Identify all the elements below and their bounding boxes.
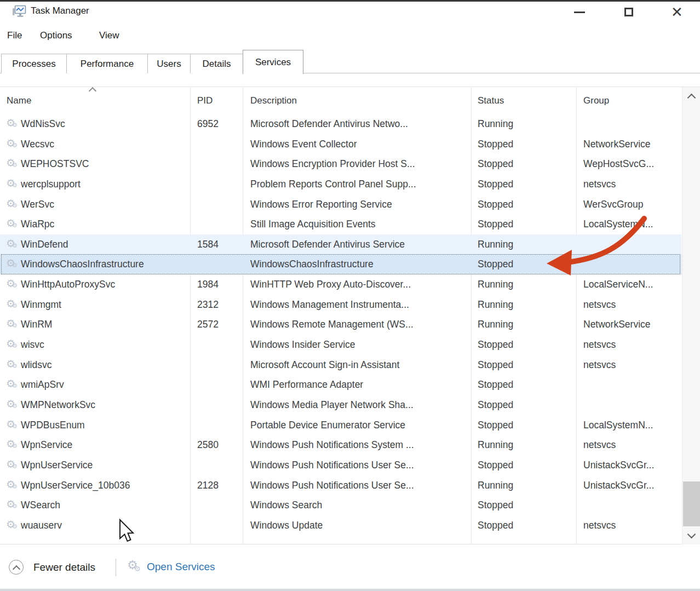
menu-bar: File Options View [0,28,700,45]
vertical-scrollbar[interactable] [682,87,700,544]
service-pid: 1984 [197,274,219,295]
service-description: WindowsChaosInfrastructure [250,254,374,274]
tab-users[interactable]: Users [147,54,191,73]
service-row[interactable]: ⚙⚙ WpnUserService Windows Push Notificat… [0,455,681,475]
service-row[interactable]: ⚙⚙ WpnService 2580 Windows Push Notifica… [0,435,681,455]
open-services-link[interactable]: ⚙⚙ Open Services [127,560,215,574]
service-row[interactable]: ⚙⚙ WdNisSvc 6952 Microsoft Defender Anti… [0,114,681,134]
column-header-pid[interactable]: PID [197,87,213,114]
service-description: Windows Insider Service [250,335,355,355]
service-status: Stopped [478,455,513,475]
column-header-group[interactable]: Group [583,87,609,114]
service-description: Still Image Acquisition Events [250,214,376,234]
service-gear-icon: ⚙⚙ [6,158,18,170]
service-row[interactable]: ⚙⚙ wuauserv Windows Update Stopped netsv… [0,515,681,536]
service-gear-icon: ⚙⚙ [6,420,18,432]
service-group: netsvcs [583,335,616,355]
service-name: WinDefend [21,234,68,255]
scroll-up-icon[interactable] [682,88,700,105]
service-row[interactable]: ⚙⚙ Wecsvc Windows Event Collector Stoppe… [0,134,681,154]
service-group: netsvcs [583,515,616,536]
service-row[interactable]: ⚙⚙ WerSvc Windows Error Reporting Servic… [0,194,681,215]
service-group: NetworkService [583,134,651,154]
service-status: Stopped [478,335,513,355]
service-description: Windows Media Player Network Sha... [250,395,414,415]
service-row[interactable]: ⚙⚙ wisvc Windows Insider Service Stopped… [0,335,681,355]
service-name: WpnUserService_10b036 [21,475,130,496]
service-name: WpnService [21,435,72,455]
open-services-label: Open Services [147,561,215,573]
minimize-button[interactable] [563,2,596,22]
sort-ascending-icon [90,86,95,91]
service-row[interactable]: ⚙⚙ WindowsChaosInfrastructure WindowsCha… [0,254,681,274]
service-row[interactable]: ⚙⚙ WPDBusEnum Portable Device Enumerator… [0,415,681,435]
service-gear-icon: ⚙⚙ [6,118,18,130]
service-row[interactable]: ⚙⚙ WSearch Windows Search Stopped [0,495,681,515]
service-gear-icon: ⚙⚙ [6,179,18,191]
service-description: Microsoft Account Sign-in Assistant [250,355,399,375]
scrollbar-thumb[interactable] [683,481,700,526]
service-row[interactable]: ⚙⚙ wmiApSrv WMI Performance Adapter Stop… [0,375,681,395]
service-name: wmiApSrv [21,375,64,395]
scroll-down-icon[interactable] [682,527,700,543]
service-gear-icon: ⚙⚙ [6,359,18,371]
service-row[interactable]: ⚙⚙ Winmgmt 2312 Windows Management Instr… [0,295,681,315]
tab-services[interactable]: Services [243,50,303,74]
service-status: Stopped [478,495,513,515]
service-description: Microsoft Defender Antivirus Netwo... [250,114,408,134]
service-row[interactable]: ⚙⚙ WMPNetworkSvc Windows Media Player Ne… [0,395,681,415]
tab-details[interactable]: Details [190,54,243,73]
minimize-icon [574,12,585,13]
service-status: Running [478,274,513,295]
service-name: WpnUserService [21,455,93,475]
tab-processes[interactable]: Processes [1,54,67,73]
column-header-status[interactable]: Status [478,87,504,114]
service-status: Stopped [478,355,513,375]
service-row[interactable]: ⚙⚙ WEPHOSTSVC Windows Encryption Provide… [0,154,681,174]
service-row[interactable]: ⚙⚙ WinDefend 1584 Microsoft Defender Ant… [0,234,681,255]
service-group: netsvcs [583,295,616,315]
services-table: Name PID Description Status Group ⚙⚙ WdN… [0,87,700,544]
service-status: Stopped [478,415,513,435]
tab-performance[interactable]: Performance [66,54,148,73]
service-description: WinHTTP Web Proxy Auto-Discover... [250,274,411,295]
service-row[interactable]: ⚙⚙ WinHttpAutoProxySvc 1984 WinHTTP Web … [0,274,681,295]
service-name: wisvc [21,335,44,355]
service-row[interactable]: ⚙⚙ WpnUserService_10b036 2128 Windows Pu… [0,475,681,496]
service-pid: 6952 [197,114,219,134]
service-pid: 2572 [197,314,219,335]
service-description: Windows Event Collector [250,134,357,154]
service-gear-icon: ⚙⚙ [6,520,18,532]
service-description: Windows Push Notifications User Se... [250,475,414,496]
fewer-details-button[interactable]: Fewer details [9,560,95,575]
menu-options[interactable]: Options [40,30,72,41]
service-description: Windows Push Notifications System ... [250,435,414,455]
menu-view[interactable]: View [99,30,119,41]
maximize-button[interactable] [612,2,645,22]
service-row[interactable]: ⚙⚙ wlidsvc Microsoft Account Sign-in Ass… [0,355,681,375]
service-description: Microsoft Defender Antivirus Service [250,234,405,255]
service-status: Running [478,114,513,134]
menu-file[interactable]: File [7,30,22,41]
task-manager-window: Task Manager ✕ File Options View Process… [0,0,700,591]
service-status: Stopped [478,174,513,194]
service-group: NetworkService [583,314,651,335]
service-group: UnistackSvcGr... [583,475,654,496]
service-status: Running [478,314,513,335]
column-header-name[interactable]: Name [7,87,31,114]
column-header-description[interactable]: Description [250,87,297,114]
service-group: LocalSystemN... [583,214,653,234]
service-row[interactable]: ⚙⚙ wercplsupport Problem Reports Control… [0,174,681,194]
services-table-body: ⚙⚙ WdNisSvc 6952 Microsoft Defender Anti… [0,114,700,535]
close-button[interactable]: ✕ [661,2,693,22]
service-row[interactable]: ⚙⚙ WiaRpc Still Image Acquisition Events… [0,214,681,234]
service-name: Winmgmt [21,295,61,315]
service-gear-icon: ⚙⚙ [6,219,18,231]
service-name: WindowsChaosInfrastructure [21,254,144,274]
service-gear-icon: ⚙⚙ [6,480,18,492]
service-gear-icon: ⚙⚙ [6,259,18,271]
service-row[interactable]: ⚙⚙ WinRM 2572 Windows Remote Management … [0,314,681,335]
service-name: WSearch [21,495,60,515]
footer-divider [116,559,116,576]
service-gear-icon: ⚙⚙ [6,199,18,211]
